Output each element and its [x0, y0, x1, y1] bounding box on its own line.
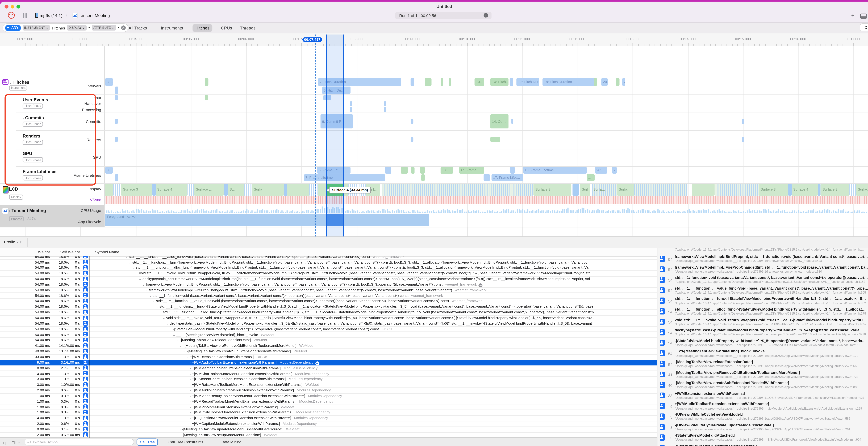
table-row[interactable]: 33.00 ms11.3%0 s⌄+[WMExtension extension…	[0, 354, 656, 360]
stack-row[interactable]: 41-[MeetingTabBarView preRemoveOldButton…	[657, 369, 868, 380]
display-surface-segment[interactable]: Surf…	[580, 184, 590, 196]
filter-pill-4[interactable]: ATTRIBUTE ⌄	[92, 25, 116, 31]
heaviest-stack-panel[interactable]: /Applications/Xcode_13.4.1.app/Contents/…	[656, 247, 868, 446]
display-surface-segment[interactable]: S…	[228, 184, 244, 196]
table-row[interactable]: 54.00 ms18.6%0 s⌄std::__1::__function::_…	[0, 259, 656, 265]
interval-block[interactable]	[401, 167, 408, 174]
interval-block[interactable]	[509, 78, 513, 85]
bottom-tab-call-tree[interactable]: Call Tree	[137, 439, 158, 445]
interval-block[interactable]: 3:…	[105, 167, 112, 174]
selection-start-line[interactable]	[327, 34, 327, 236]
interval-block[interactable]	[510, 167, 515, 174]
table-row[interactable]: 4.00 ms1.3%0 s›+[UIQuestionAnswerModuleE…	[0, 415, 656, 421]
interval-block[interactable]: 17: Frame Lifet…	[492, 174, 523, 181]
stack-row[interactable]: 54framework::ViewModelImpl::BindProp(int…	[657, 254, 868, 264]
table-row[interactable]: 1.00 ms0.3%0 s›+[WMVideoBeautyToolbarMor…	[0, 393, 656, 399]
filter-pill-2[interactable]: DISPLAY ⌄	[67, 25, 87, 31]
table-row[interactable]: 2.00 ms0.6%0 s›+[WMAudioToolbarMoreMenuE…	[0, 387, 656, 393]
interval-block[interactable]	[350, 101, 352, 106]
app-lifecycle-band[interactable]: Foreground - Active	[104, 214, 429, 226]
display-surface-segment[interactable]: Surface 3	[759, 184, 788, 196]
table-header[interactable]: Weight Self Weight Symbol Name	[0, 247, 656, 256]
stack-row[interactable]: 40-[MeetingTabBarView createSubExtension…	[657, 380, 868, 390]
interval-block[interactable]	[385, 167, 391, 174]
display-surface-segment[interactable]	[382, 184, 533, 196]
interval-block[interactable]: 13…	[475, 78, 484, 85]
table-row[interactable]: 4.00 ms1.3%0 s›+[WMChatToolbarMoreMenuEx…	[0, 371, 656, 377]
interval-block[interactable]	[115, 119, 118, 124]
interval-block[interactable]: 7: Frame Lifetime	[304, 174, 385, 181]
table-row[interactable]: 54.00 ms18.6%0 s⌄__29-[MeetingTabBarView…	[0, 332, 656, 338]
interval-block[interactable]	[205, 78, 209, 85]
display-surface-segment[interactable]: Surface …	[194, 184, 224, 196]
interval-block[interactable]: 20…	[601, 78, 608, 85]
table-row[interactable]: 54.00 ms18.6%0 s⌄std::__1::__function::_…	[0, 304, 656, 310]
track-title-process[interactable]: › Tencent Meeting	[9, 208, 46, 213]
table-row[interactable]: 9.00 ms3.1%1.00 ms›+[WMAudioToolbarExten…	[0, 359, 656, 366]
run-info[interactable]: Run 1 of 1 | 00:00:56 i	[395, 12, 492, 19]
detail-type-selector[interactable]: Profile ▲	[4, 239, 19, 243]
table-row[interactable]: 1.00 ms0.3%0 s›+[WMPipMoreMenuExtension …	[0, 404, 656, 410]
display-surface-segment[interactable]: Surface	[856, 184, 868, 196]
interval-block[interactable]: 20:…	[595, 167, 607, 174]
interval-block[interactable]: 14: Frame…	[459, 167, 484, 174]
filter-pill-5[interactable]: *	[118, 26, 119, 30]
tracks-area[interactable]: 3:…7: Hitch Duration13…14: Hitch…17: Hit…	[0, 45, 868, 236]
interval-block[interactable]: 3:…	[105, 78, 112, 85]
interval-block[interactable]	[115, 95, 118, 100]
table-row[interactable]: 1.00 ms0.3%0 s›+[WMRecordToolbarMoreMenu…	[0, 399, 656, 405]
interval-block[interactable]	[491, 137, 500, 142]
display-surface-segment[interactable]: Surface 3	[534, 184, 571, 196]
interval-block[interactable]: 1…	[587, 174, 594, 181]
display-surface-segment[interactable]	[187, 184, 194, 196]
display-surface-segment[interactable]	[224, 184, 228, 196]
display-surface-segment[interactable]	[113, 184, 121, 196]
interval-block[interactable]: 13:…	[440, 167, 453, 174]
stack-row[interactable]: 54std::__1::function<void (base::variant…	[657, 275, 868, 285]
interval-block[interactable]	[410, 78, 414, 85]
display-surface-segment[interactable]	[284, 184, 287, 196]
stack-row[interactable]: 3-[UIView(WMLifeCycle) setViewModel:]/Us…	[657, 411, 868, 422]
interval-block[interactable]: 18: Hitch Duration	[542, 78, 594, 85]
display-surface-segment[interactable]: Surfa…	[592, 184, 617, 196]
interval-block[interactable]	[350, 107, 352, 112]
table-row[interactable]: 54.00 ms18.6%0 s⌄decltype(static_cast<fr…	[0, 276, 656, 282]
interval-block[interactable]	[742, 119, 744, 124]
playhead-dashed-line[interactable]	[315, 34, 316, 236]
stack-row[interactable]: 54decltype(static_cast<-[StatefulViewMod…	[657, 328, 868, 338]
interval-block[interactable]	[384, 107, 386, 112]
display-surface-segment[interactable]	[309, 184, 318, 196]
interval-block[interactable]	[115, 137, 118, 142]
stack-row[interactable]: 54std::__1::__function::__func<-[Statefu…	[657, 296, 868, 306]
interval-block[interactable]	[616, 78, 619, 85]
stack-row[interactable]: 3-[StatefulViewModel didAttachedWithPara…	[657, 443, 868, 446]
filter-pill-1[interactable]: Hitches	[52, 26, 65, 30]
interval-block[interactable]	[411, 167, 414, 174]
interval-block[interactable]	[384, 101, 386, 106]
interval-block[interactable]	[484, 174, 490, 181]
time-ruler[interactable]: 00:02.00000:03.00000:04.00000:05.00000:0…	[0, 33, 868, 46]
table-row[interactable]: 54.00 ms18.6%0 s⌄void std::__1::__invoke…	[0, 270, 656, 276]
table-row[interactable]: 41.00 ms14.1%1.00 ms⌄-[MeetingTabBarView…	[0, 343, 656, 349]
table-row[interactable]: 1.00 ms0.3%0 s›+[WMInviteToolbarMoreMenu…	[0, 410, 656, 416]
display-surface-segment[interactable]	[152, 184, 156, 196]
bottom-tab-data-mining[interactable]: Data Mining	[219, 439, 244, 445]
display-surface-segment[interactable]: Surfa…	[617, 184, 634, 196]
pause-button[interactable]	[23, 13, 27, 18]
display-surface-segment[interactable]	[692, 184, 715, 196]
input-filter-field[interactable]: Involves Symbol	[25, 439, 134, 445]
table-row[interactable]: 54.00 ms18.6%0 s⌄-[StatefulViewModel bin…	[0, 326, 656, 332]
interval-block[interactable]: 14: Co…	[491, 114, 508, 129]
stack-row-partial[interactable]: /Applications/Xcode_13.4.1.app/Contents/…	[657, 247, 868, 253]
tab-hitches[interactable]: Hitches	[192, 24, 212, 31]
interval-block[interactable]	[594, 78, 597, 85]
table-row[interactable]: 40.00 ms13.7%1.00 ms⌄-[MeetingTabBarView…	[0, 348, 656, 354]
interval-block[interactable]	[511, 119, 513, 124]
stack-row[interactable]: 3-[StatefulViewModel didAttached:]/Users…	[657, 433, 868, 443]
display-surface-segment[interactable]	[715, 184, 759, 196]
stack-row[interactable]: 54framework::ViewModelImpl::FirePropChan…	[657, 264, 868, 275]
tab-instruments[interactable]: Instruments	[158, 24, 186, 31]
interval-block[interactable]	[441, 78, 443, 85]
stack-row[interactable]: 54__29-[MeetingTabBarView dataBind]_bloc…	[657, 348, 868, 359]
stack-row[interactable]: 9+[WMAudioToolbarExtension extensionWith…	[657, 401, 868, 411]
